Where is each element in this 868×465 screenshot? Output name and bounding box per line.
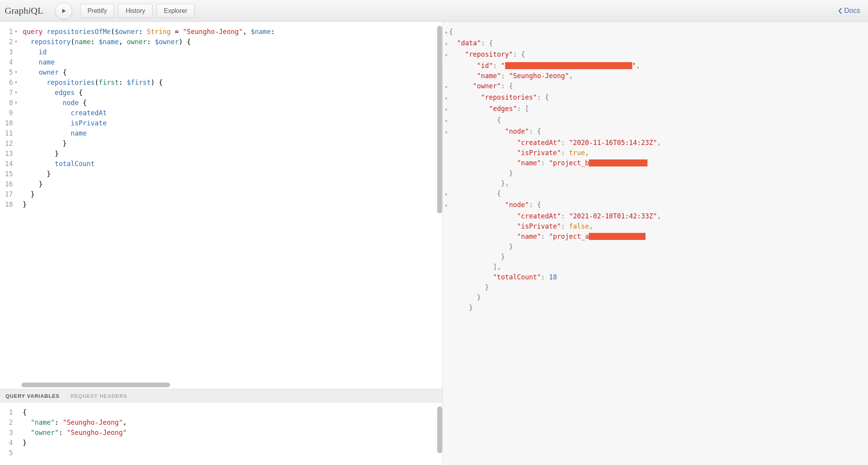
query-scrollbar-v[interactable] [437, 26, 442, 213]
vars-scrollbar-v[interactable] [437, 406, 442, 453]
result-pane: ▼{ ▼ "data": { ▼ "repository": { "id": "… [443, 22, 868, 465]
query-scrollbar-h[interactable] [22, 383, 170, 387]
redacted-name-1 [589, 159, 647, 166]
query-editor[interactable]: 1▼ 2▼ 3 4 5▼ 6▼ 7▼ 8▼ 9 10 11 12 13 14 1… [0, 22, 442, 389]
query-gutter: 1▼ 2▼ 3 4 5▼ 6▼ 7▼ 8▼ 9 10 11 12 13 14 1… [0, 22, 20, 389]
toolbar: GraphiQL Prettify History Explorer Docs [0, 0, 868, 22]
vars-gutter: 1 2 3 4 5 [0, 402, 20, 465]
docs-button[interactable]: Docs [838, 7, 863, 15]
variables-editor[interactable]: 1 2 3 4 5 { "name": "Seungho-Jeong", "ow… [0, 402, 442, 465]
redacted-name-2 [589, 233, 646, 240]
secondary-tabs: Query Variables Request Headers [0, 389, 442, 402]
history-button[interactable]: History [118, 4, 152, 18]
result-json[interactable]: ▼{ ▼ "data": { ▼ "repository": { "id": "… [443, 22, 868, 317]
chevron-left-icon [838, 7, 843, 14]
query-code[interactable]: query repositoriesOfMe($owner: String = … [20, 22, 442, 389]
tab-query-variables[interactable]: Query Variables [5, 393, 59, 399]
app-title: GraphiQL [5, 5, 43, 16]
vars-code[interactable]: { "name": "Seungho-Jeong", "owner": "Seu… [20, 402, 442, 465]
tab-request-headers[interactable]: Request Headers [70, 393, 127, 399]
prettify-button[interactable]: Prettify [80, 4, 115, 18]
left-pane: 1▼ 2▼ 3 4 5▼ 6▼ 7▼ 8▼ 9 10 11 12 13 14 1… [0, 22, 443, 465]
play-icon [61, 8, 67, 14]
redacted-id [505, 62, 632, 69]
explorer-button[interactable]: Explorer [156, 4, 195, 18]
main-area: 1▼ 2▼ 3 4 5▼ 6▼ 7▼ 8▼ 9 10 11 12 13 14 1… [0, 22, 868, 465]
execute-button[interactable] [55, 2, 72, 20]
